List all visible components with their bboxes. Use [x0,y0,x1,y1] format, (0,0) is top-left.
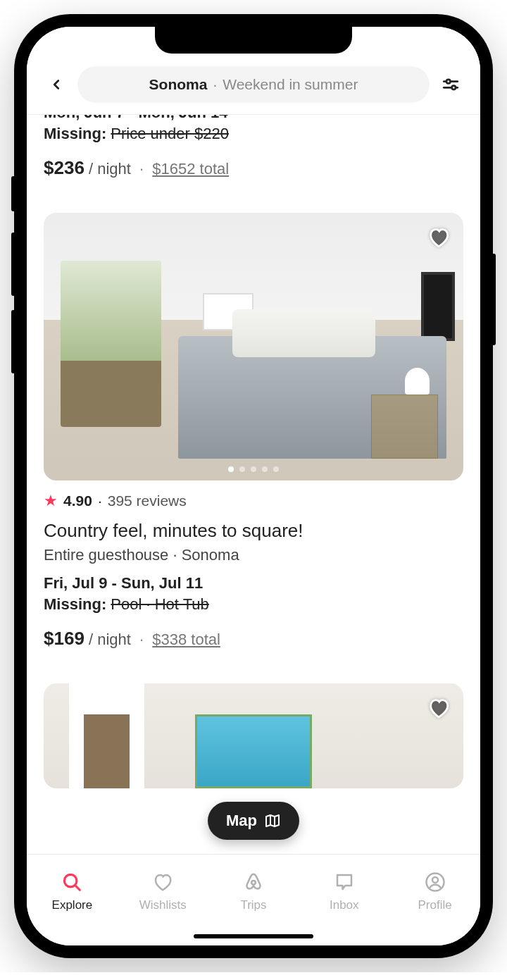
search-icon [60,870,84,894]
svg-point-3 [452,86,456,89]
tab-label: Trips [240,898,266,912]
home-indicator [194,934,313,938]
photo-pagination-dots [228,466,279,472]
photo-placeholder [195,714,313,788]
per-night-label: / night [89,631,131,648]
phone-frame: Sonoma · Weekend in summer Mon, Jun 7 - … [14,14,493,958]
photo-placeholder [421,272,455,342]
tab-trips[interactable]: Trips [208,855,299,927]
tab-label: Profile [418,898,451,912]
listing-price-line: $169 / night · $338 total [44,628,463,650]
screen: Sonoma · Weekend in summer Mon, Jun 7 - … [27,27,480,945]
separator-dot: · [135,160,148,178]
listing-dates: Mon, Jun 7 - Mon, Jun 14 [44,115,463,122]
heart-icon [151,870,175,894]
filters-button[interactable] [438,72,463,97]
profile-icon [423,870,447,894]
listing-rating: ★ 4.90 · 395 reviews [44,492,463,510]
price-total[interactable]: $338 total [152,631,220,648]
svg-point-11 [432,876,438,882]
listing-missing: Missing: Price under $220 [44,125,463,143]
listing-dates: Fri, Jul 9 - Sun, Jul 11 [44,574,463,593]
tab-label: Explore [52,898,93,912]
wishlist-heart-button[interactable] [424,693,453,723]
missing-values: Price under $220 [111,125,229,142]
airbnb-logo-icon [242,870,265,894]
missing-label: Missing: [44,595,106,613]
tab-profile[interactable]: Profile [389,855,480,927]
phone-side-button [11,232,15,296]
search-dates-hint: Weekend in summer [223,76,358,93]
listing-title: Country feel, minutes to square! [44,520,463,542]
photo-placeholder [69,683,144,788]
listing-card[interactable]: Mon, Jun 7 - Mon, Jun 14 Missing: Price … [44,115,463,179]
map-label: Map [226,812,257,830]
per-night-label: / night [89,160,131,178]
sliders-icon [442,75,460,94]
price-per-night: $236 [44,157,84,178]
listing-subtype: Entire guesthouse · Sonoma [44,546,463,564]
listing-card[interactable] [44,650,463,788]
tab-wishlists[interactable]: Wishlists [118,855,208,927]
missing-label: Missing: [44,125,106,142]
phone-side-button [11,176,15,211]
heart-icon [427,696,451,720]
search-location: Sonoma [149,76,208,93]
heart-icon [427,225,451,249]
rating-value: 4.90 [63,492,92,509]
tab-label: Wishlists [139,898,187,912]
svg-point-9 [251,880,256,884]
svg-line-8 [75,886,80,890]
listing-missing: Missing: Pool · Hot Tub [44,595,463,614]
listing-price-line: $236 / night · $1652 total [44,157,463,179]
separator-dot: · [135,631,148,648]
map-button[interactable]: Map [208,802,299,840]
tab-inbox[interactable]: Inbox [299,855,389,927]
photo-placeholder [232,309,375,357]
phone-notch [155,27,352,54]
photo-placeholder [371,395,438,459]
tab-bar: Explore Wishlists Trips Inbox [27,854,480,945]
separator-dot: · [213,76,217,93]
photo-placeholder [61,261,161,426]
svg-marker-4 [266,815,279,826]
phone-side-button [11,310,15,373]
review-count: 395 reviews [108,492,187,509]
chat-icon [332,870,356,894]
wishlist-heart-button[interactable] [424,223,453,252]
map-icon [264,812,281,829]
listing-photo[interactable] [44,213,463,480]
chevron-left-icon [49,77,64,92]
separator-dot: · [98,492,102,509]
search-pill[interactable]: Sonoma · Weekend in summer [77,66,430,103]
tab-label: Inbox [330,898,359,912]
svg-point-1 [446,80,450,83]
photo-placeholder [405,368,430,395]
price-per-night: $169 [44,628,84,649]
missing-values: Pool · Hot Tub [111,595,208,613]
tab-explore[interactable]: Explore [27,855,118,927]
phone-side-button [492,254,496,345]
listing-card[interactable]: ★ 4.90 · 395 reviews Country feel, minut… [44,179,463,650]
price-total[interactable]: $1652 total [152,160,229,178]
listing-photo[interactable] [44,683,463,788]
star-icon: ★ [44,492,58,510]
back-button[interactable] [44,72,69,97]
